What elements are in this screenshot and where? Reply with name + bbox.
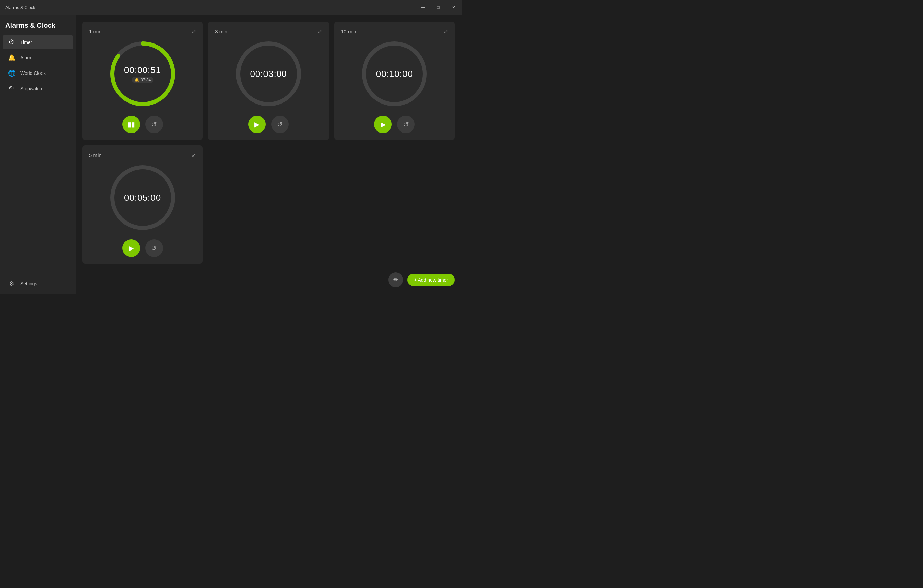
timer-controls-2: ▶ ↺ [248, 116, 289, 133]
reset-button-3[interactable]: ↺ [397, 116, 415, 133]
expand-button-3[interactable]: ⤢ [443, 28, 448, 35]
sidebar-item-settings[interactable]: ⚙ Settings [3, 277, 73, 291]
timer-card-2: 3 min ⤢ 00:03:00 ▶ ↺ [208, 21, 328, 140]
timer-circle-1: 00:00:51 🔔 07:34 [109, 40, 176, 108]
time-display-4: 00:05:00 [124, 193, 161, 203]
sidebar-item-label: Stopwatch [20, 86, 42, 92]
expand-button-2[interactable]: ⤢ [318, 28, 322, 35]
settings-icon: ⚙ [8, 280, 15, 287]
alarm-badge-1: 🔔 07:34 [131, 77, 153, 83]
alarm-time-1: 07:34 [141, 77, 151, 82]
bottom-bar: ✏ + Add new timer [388, 272, 455, 287]
sidebar-item-timer[interactable]: ⏱ Timer [3, 35, 73, 49]
sidebar-footer: ⚙ Settings [0, 273, 76, 294]
minimize-button[interactable]: — [415, 0, 430, 15]
circle-time-4: 00:05:00 [124, 193, 161, 203]
timer-card-1: 1 min ⤢ 00:00:51 🔔 07:34 [82, 21, 203, 140]
timer-controls-3: ▶ ↺ [374, 116, 415, 133]
sidebar-item-label: Timer [20, 40, 32, 45]
sidebar-item-alarm[interactable]: 🔔 Alarm [3, 51, 73, 65]
close-button[interactable]: ✕ [446, 0, 462, 15]
worldclock-icon: 🌐 [8, 69, 15, 77]
timer-icon: ⏱ [8, 39, 15, 46]
time-display-1: 00:00:51 [124, 65, 161, 75]
edit-button[interactable]: ✏ [388, 272, 403, 287]
timer-card-header-3: 10 min ⤢ [341, 28, 448, 35]
reset-button-1[interactable]: ↺ [145, 116, 163, 133]
circle-time-3: 00:10:00 [376, 69, 413, 79]
expand-button-4[interactable]: ⤢ [192, 152, 196, 159]
timer-card-header-2: 3 min ⤢ [215, 28, 322, 35]
timer-circle-3: 00:10:00 [361, 40, 428, 108]
expand-button-1[interactable]: ⤢ [192, 28, 196, 35]
sidebar: Alarms & Clock ⏱ Timer 🔔 Alarm 🌐 World C… [0, 15, 76, 294]
alarm-bell-icon: 🔔 [134, 77, 139, 82]
reset-button-4[interactable]: ↺ [145, 239, 163, 257]
play-button-4[interactable]: ▶ [122, 239, 140, 257]
circle-time-2: 00:03:00 [250, 69, 287, 79]
reset-button-2[interactable]: ↺ [271, 116, 289, 133]
timer-label-2: 3 min [215, 29, 227, 34]
add-timer-button[interactable]: + Add new timer [407, 274, 455, 286]
timer-circle-2: 00:03:00 [235, 40, 302, 108]
timer-card-4: 5 min ⤢ 00:05:00 ▶ ↺ [82, 145, 203, 264]
titlebar: Alarms & Clock — □ ✕ [0, 0, 462, 15]
main-content: 1 min ⤢ 00:00:51 🔔 07:34 [76, 15, 462, 294]
timer-card-3: 10 min ⤢ 00:10:00 ▶ ↺ [334, 21, 455, 140]
play-button-3[interactable]: ▶ [374, 116, 392, 133]
timer-label-4: 5 min [89, 152, 102, 158]
timer-card-header-1: 1 min ⤢ [89, 28, 196, 35]
settings-label: Settings [20, 281, 38, 286]
timer-controls-4: ▶ ↺ [122, 239, 163, 257]
play-button-2[interactable]: ▶ [248, 116, 266, 133]
add-timer-label: + Add new timer [414, 277, 448, 283]
window-controls: — □ ✕ [415, 0, 462, 15]
time-display-3: 00:10:00 [376, 69, 413, 79]
sidebar-header: Alarms & Clock [0, 18, 76, 35]
sidebar-item-label: World Clock [20, 70, 46, 76]
timer-circle-4: 00:05:00 [109, 164, 176, 231]
timer-label-1: 1 min [89, 29, 102, 34]
maximize-button[interactable]: □ [430, 0, 446, 15]
sidebar-item-stopwatch[interactable]: ⏲ Stopwatch [3, 82, 73, 95]
timer-card-header-4: 5 min ⤢ [89, 152, 196, 159]
sidebar-item-worldclock[interactable]: 🌐 World Clock [3, 66, 73, 80]
circle-time-1: 00:00:51 🔔 07:34 [124, 65, 161, 83]
timer-grid: 1 min ⤢ 00:00:51 🔔 07:34 [82, 21, 455, 264]
timer-label-3: 10 min [341, 29, 356, 34]
timer-controls-1: ▮▮ ↺ [122, 116, 163, 133]
sidebar-item-label: Alarm [20, 55, 33, 61]
time-display-2: 00:03:00 [250, 69, 287, 79]
stopwatch-icon: ⏲ [8, 85, 15, 92]
app-title: Alarms & Clock [5, 5, 35, 10]
app-body: Alarms & Clock ⏱ Timer 🔔 Alarm 🌐 World C… [0, 15, 462, 294]
alarm-icon: 🔔 [8, 54, 15, 61]
pause-button-1[interactable]: ▮▮ [122, 116, 140, 133]
